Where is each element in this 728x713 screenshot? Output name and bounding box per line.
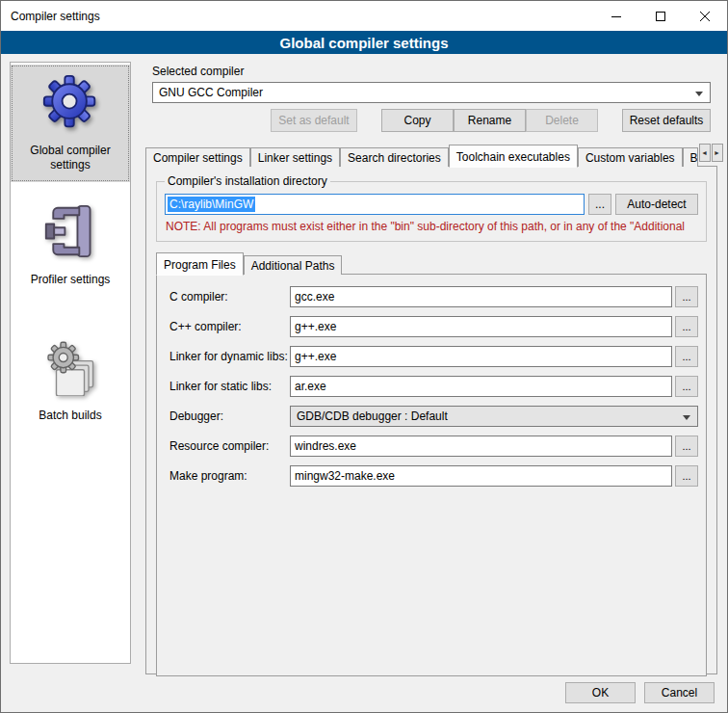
sidebar-item-global-compiler-settings[interactable]: Global compiler settings [11, 65, 130, 182]
tab-scroll-right-icon[interactable]: ► [712, 144, 723, 162]
debugger-value: GDB/CDB debugger : Default [297, 409, 448, 423]
close-button[interactable] [683, 1, 727, 31]
tab-program-files[interactable]: Program Files [156, 252, 244, 276]
tab-toolchain-executables[interactable]: Toolchain executables [449, 145, 578, 168]
auto-detect-button[interactable]: Auto-detect [615, 194, 698, 215]
make-program-label: Make program: [169, 469, 290, 483]
program-files-page: C compiler: ... C++ compiler: ... Linker… [156, 274, 707, 676]
debugger-select[interactable]: GDB/CDB debugger : Default [290, 406, 698, 427]
ok-button[interactable]: OK [565, 682, 636, 703]
main-panel: Selected compiler GNU GCC Compiler Set a… [145, 54, 717, 674]
gear-icon [39, 71, 101, 133]
rename-button[interactable]: Rename [454, 109, 526, 132]
tab-compiler-settings[interactable]: Compiler settings [145, 147, 250, 167]
installation-directory-browse-button[interactable]: ... [588, 194, 611, 215]
dropdown-caret-icon [695, 92, 703, 96]
profiler-icon [39, 200, 101, 262]
form-row-make-program: Make program: ... [169, 465, 698, 487]
compiler-actions: Set as default Copy Rename Delete Reset … [152, 109, 711, 132]
sidebar-item-label: Profiler settings [31, 273, 111, 287]
set-as-default-button: Set as default [271, 109, 357, 132]
cpp-compiler-browse-button[interactable]: ... [675, 316, 698, 337]
window-title: Compiler settings [1, 10, 100, 23]
dynamic-linker-input[interactable] [290, 346, 672, 367]
installation-note: NOTE: All programs must exist either in … [166, 220, 697, 233]
resource-compiler-browse-button[interactable]: ... [675, 436, 698, 457]
compiler-settings-window: Compiler settings Global compiler settin… [0, 0, 728, 713]
installation-directory-input[interactable]: C:\raylib\MinGW [165, 194, 585, 215]
copy-button[interactable]: Copy [381, 109, 454, 132]
c-compiler-label: C compiler: [169, 290, 290, 304]
reset-defaults-button[interactable]: Reset defaults [622, 109, 711, 132]
resource-compiler-input[interactable] [290, 436, 672, 457]
installation-directory-row: C:\raylib\MinGW ... Auto-detect [165, 194, 698, 215]
sidebar-item-batch-builds[interactable]: Batch builds [11, 330, 130, 433]
dialog-header: Global compiler settings [1, 31, 727, 54]
tab-scroll-left-icon[interactable]: ◄ [699, 144, 711, 162]
selected-compiler-label: Selected compiler [152, 65, 717, 78]
window-controls [594, 1, 727, 31]
installation-directory-group: Compiler's installation directory C:\ray… [156, 174, 707, 242]
sidebar-item-label: Global compiler settings [13, 144, 128, 172]
tab-build-options[interactable]: Build [683, 147, 698, 167]
batch-builds-icon [39, 336, 101, 398]
installation-directory-value: C:\raylib\MinGW [168, 197, 255, 212]
tab-custom-variables[interactable]: Custom variables [578, 147, 683, 167]
tab-additional-paths[interactable]: Additional Paths [244, 255, 343, 275]
cpp-compiler-input[interactable] [290, 316, 672, 337]
program-tabbar: Program Files Additional Paths [156, 251, 707, 275]
cpp-compiler-label: C++ compiler: [169, 320, 290, 333]
make-program-browse-button[interactable]: ... [675, 465, 698, 487]
dropdown-caret-icon [683, 415, 690, 420]
settings-tabbar: Compiler settings Linker settings Search… [145, 144, 717, 167]
tab-linker-settings[interactable]: Linker settings [250, 147, 340, 167]
static-linker-browse-button[interactable]: ... [675, 376, 698, 397]
form-row-c-compiler: C compiler: ... [169, 286, 698, 307]
c-compiler-browse-button[interactable]: ... [675, 286, 698, 307]
dynamic-linker-browse-button[interactable]: ... [675, 346, 698, 367]
resource-compiler-label: Resource compiler: [169, 439, 290, 453]
minimize-button[interactable] [594, 1, 638, 31]
cancel-button[interactable]: Cancel [644, 682, 715, 703]
form-row-debugger: Debugger: GDB/CDB debugger : Default [169, 406, 698, 427]
form-row-dynamic-linker: Linker for dynamic libs: ... [169, 346, 698, 367]
category-sidebar: Global compiler settings Profiler settin… [10, 62, 131, 664]
delete-button: Delete [526, 109, 598, 132]
maximize-button[interactable] [638, 1, 683, 31]
form-row-static-linker: Linker for static libs: ... [169, 376, 698, 397]
toolchain-executables-page: Compiler's installation directory C:\ray… [145, 166, 717, 674]
static-linker-label: Linker for static libs: [169, 380, 290, 393]
minimize-icon [611, 12, 621, 21]
tab-search-directories[interactable]: Search directories [340, 147, 449, 167]
installation-directory-label: Compiler's installation directory [165, 174, 330, 188]
dynamic-linker-label: Linker for dynamic libs: [169, 350, 290, 363]
debugger-label: Debugger: [169, 409, 290, 423]
tab-scrollers: ◄ ► [698, 144, 723, 162]
selected-compiler-value: GNU GCC Compiler [159, 86, 263, 99]
sidebar-item-profiler-settings[interactable]: Profiler settings [11, 194, 130, 297]
selected-compiler-select[interactable]: GNU GCC Compiler [152, 82, 711, 103]
form-row-resource-compiler: Resource compiler: ... [169, 436, 698, 457]
sidebar-item-label: Batch builds [39, 409, 101, 423]
close-icon [700, 12, 710, 21]
maximize-icon [656, 12, 665, 21]
dialog-footer: OK Cancel [557, 682, 715, 703]
static-linker-input[interactable] [290, 376, 672, 397]
form-row-cpp-compiler: C++ compiler: ... [169, 316, 698, 337]
c-compiler-input[interactable] [290, 286, 672, 307]
titlebar[interactable]: Compiler settings [1, 1, 727, 31]
make-program-input[interactable] [290, 465, 672, 487]
